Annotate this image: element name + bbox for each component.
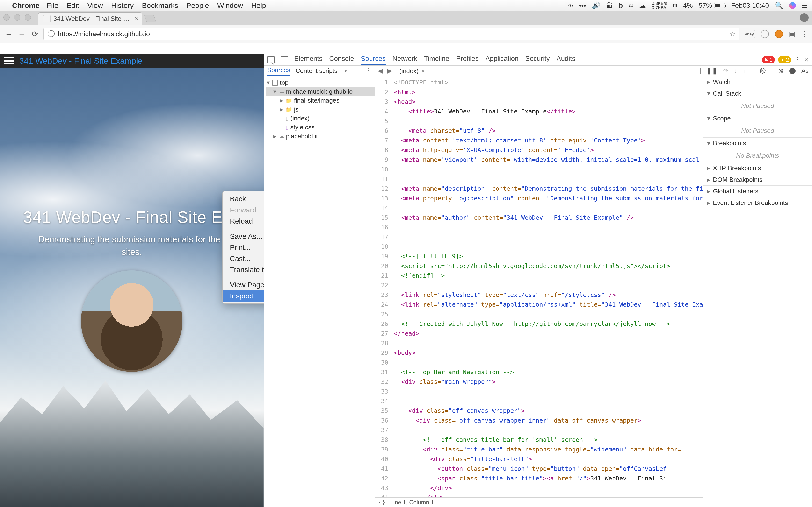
- nav-sources-tab[interactable]: Sources: [267, 66, 290, 75]
- scope-header[interactable]: ▾Scope: [703, 113, 812, 124]
- tab-close-icon[interactable]: ×: [135, 15, 139, 22]
- menubar-ch-icon[interactable]: 🏛: [606, 1, 613, 9]
- tree-file-style[interactable]: ▯style.css: [266, 123, 375, 132]
- menubar-window[interactable]: Window: [217, 1, 243, 10]
- menubar-notif-icon[interactable]: ☰: [802, 1, 808, 9]
- editor-history-back-icon[interactable]: ◀: [377, 67, 383, 74]
- menubar-app-name[interactable]: Chrome: [12, 1, 39, 10]
- menubar-cloud-icon[interactable]: ☁: [639, 1, 646, 9]
- editor-tab-index[interactable]: (index) ×: [396, 66, 428, 76]
- dom-bp-header[interactable]: ▸DOM Breakpoints: [703, 174, 812, 185]
- url-input[interactable]: [58, 30, 726, 38]
- tab-security[interactable]: Security: [525, 55, 550, 65]
- menubar-file[interactable]: File: [47, 1, 58, 10]
- step-into-icon[interactable]: ↓: [734, 67, 737, 74]
- ext-icon-2[interactable]: [775, 30, 783, 38]
- devtools-more-icon[interactable]: ⋮: [795, 56, 801, 63]
- callstack-header[interactable]: ▾Call Stack: [703, 88, 812, 99]
- menubar-volume-icon[interactable]: 🔊: [592, 1, 600, 9]
- new-tab-button[interactable]: [144, 15, 157, 22]
- profile-avatar-icon[interactable]: [800, 13, 809, 22]
- pause-exceptions-icon[interactable]: [789, 68, 796, 74]
- tree-folder-js[interactable]: ▸📁js: [266, 105, 375, 114]
- chrome-menu-icon[interactable]: ⋮: [801, 30, 808, 38]
- deactivate-bp-icon[interactable]: ⏵⃠: [758, 67, 764, 74]
- site-info-icon[interactable]: ⓘ: [48, 29, 55, 39]
- dbg-settings-icon[interactable]: As: [801, 67, 809, 74]
- tree-domain[interactable]: ▾☁michaelmusick.github.io: [266, 87, 375, 96]
- menubar-infinity-icon[interactable]: ∞: [628, 2, 633, 9]
- ctx-view-source[interactable]: View Page Source: [222, 279, 264, 290]
- editor-code-area[interactable]: <!DOCTYPE html> <html> <head> <title>341…: [391, 76, 703, 497]
- reload-button[interactable]: ⟳: [31, 30, 39, 38]
- tree-folder-images[interactable]: ▸📁final-site/images: [266, 96, 375, 105]
- cast-icon[interactable]: ▣: [789, 30, 795, 38]
- close-window-button[interactable]: [3, 14, 10, 20]
- nav-overflow-icon[interactable]: »: [344, 67, 348, 74]
- tree-top[interactable]: ▾top: [266, 78, 375, 87]
- error-count-badge[interactable]: 1: [762, 56, 775, 63]
- menubar-siri-icon[interactable]: [789, 2, 796, 9]
- ctx-inspect[interactable]: Inspect: [222, 290, 264, 301]
- menubar-help[interactable]: Help: [251, 1, 266, 10]
- element-picker-icon[interactable]: [267, 56, 274, 63]
- tab-network[interactable]: Network: [393, 55, 417, 65]
- editor-tab-close-icon[interactable]: ×: [421, 67, 424, 75]
- tree-placehold[interactable]: ▸☁placehold.it: [266, 132, 375, 141]
- watch-header[interactable]: ▸Watch: [703, 76, 812, 88]
- ctx-cast[interactable]: Cast...: [222, 253, 264, 264]
- address-bar[interactable]: ⓘ ☆: [44, 28, 740, 40]
- tab-elements[interactable]: Elements: [294, 55, 323, 65]
- site-title-link[interactable]: 341 WebDev - Final Site Example: [19, 56, 143, 66]
- event-listener-bp-header[interactable]: ▸Event Listener Breakpoints: [703, 197, 812, 209]
- nav-more-icon[interactable]: ⋮: [365, 67, 371, 74]
- nav-content-scripts-tab[interactable]: Content scripts: [296, 67, 337, 74]
- ext-icon-1[interactable]: [761, 30, 769, 38]
- menubar-wifi-icon[interactable]: ∿: [568, 1, 573, 9]
- menubar-people[interactable]: People: [186, 1, 209, 10]
- pause-icon[interactable]: ❚❚: [707, 67, 717, 74]
- ctx-print[interactable]: Print...: [222, 242, 264, 253]
- menubar-b-icon[interactable]: b: [619, 2, 623, 9]
- tab-profiles[interactable]: Profiles: [456, 55, 478, 65]
- menubar-datetime[interactable]: Feb03 10:40: [731, 2, 769, 9]
- zoom-window-button[interactable]: [24, 14, 31, 20]
- pretty-print-icon[interactable]: {}: [378, 499, 386, 506]
- editor-history-fwd-icon[interactable]: ▶: [387, 67, 393, 74]
- ctx-translate[interactable]: Translate to English: [222, 264, 264, 275]
- ctx-back[interactable]: Back: [222, 193, 264, 205]
- menubar-view[interactable]: View: [87, 1, 103, 10]
- forward-button[interactable]: →: [17, 30, 26, 38]
- menubar-edit[interactable]: Edit: [67, 1, 79, 10]
- ebay-ext-icon[interactable]: ebay: [744, 30, 755, 38]
- breakpoints-header[interactable]: ▾Breakpoints: [703, 137, 812, 149]
- ctx-save-as[interactable]: Save As...: [222, 231, 264, 242]
- step-over-icon[interactable]: ↷: [723, 67, 728, 74]
- tree-file-index[interactable]: ▯(index): [266, 114, 375, 123]
- device-toggle-icon[interactable]: [281, 56, 288, 63]
- tab-sources[interactable]: Sources: [361, 55, 386, 65]
- ctx-reload[interactable]: Reload: [222, 216, 264, 227]
- tab-timeline[interactable]: Timeline: [424, 55, 449, 65]
- page-viewport[interactable]: 341 WebDev - Final Site Example 341 WebD…: [0, 54, 264, 507]
- tab-console[interactable]: Console: [329, 55, 354, 65]
- menubar-bookmarks[interactable]: Bookmarks: [142, 1, 178, 10]
- menubar-spotlight-icon[interactable]: 🔍: [775, 1, 783, 9]
- tab-audits[interactable]: Audits: [557, 55, 575, 65]
- global-listeners-header[interactable]: ▸Global Listeners: [703, 186, 812, 197]
- hamburger-menu-icon[interactable]: [4, 57, 13, 64]
- bookmark-star-icon[interactable]: ☆: [729, 30, 735, 38]
- tab-application[interactable]: Application: [486, 55, 519, 65]
- warning-count-badge[interactable]: 2: [778, 56, 791, 63]
- editor-popup-icon[interactable]: [694, 68, 701, 74]
- back-button[interactable]: ←: [4, 30, 13, 38]
- devtools-close-icon[interactable]: ×: [804, 56, 809, 64]
- menubar-dots-icon[interactable]: •••: [579, 2, 586, 9]
- menubar-dropbox-icon[interactable]: ⧈: [673, 1, 677, 9]
- xhr-bp-header[interactable]: ▸XHR Breakpoints: [703, 163, 812, 174]
- browser-tab[interactable]: 341 WebDev - Final Site Exam… ×: [38, 12, 142, 25]
- step-out-icon[interactable]: ↑: [743, 67, 746, 74]
- menubar-history[interactable]: History: [111, 1, 134, 10]
- menubar-battery[interactable]: 57%: [699, 2, 725, 9]
- async-toggle-icon[interactable]: ⤭: [778, 67, 783, 74]
